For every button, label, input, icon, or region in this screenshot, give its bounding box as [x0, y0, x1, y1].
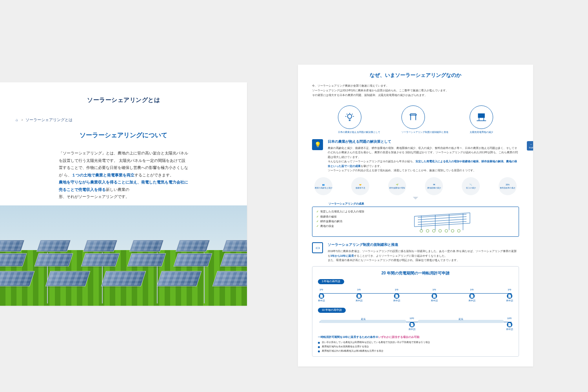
s2-text: 2018年5月に農林水産省は、ソーラーシェアリングの設置に係る規制を一部緩和しま… — [328, 249, 519, 262]
solar-panel-icon — [37, 240, 71, 251]
chevron-down-icon — [413, 197, 418, 200]
svg-point-4 — [426, 230, 429, 232]
s1t2b: を挙げています。 — [361, 165, 383, 167]
doc-icon: 📄 — [507, 293, 512, 299]
s2-head: ソーラーシェアリング制度の規制緩和と推進 — [328, 242, 519, 247]
mini-item: 30%食料自給率の低さ — [499, 177, 517, 195]
right-document: なぜ、いまソーラーシェアリングなのか 今、ソーラーシェアリング農家が全国で急速に… — [298, 65, 533, 367]
timeline-node: 3年📄再申請 — [356, 288, 363, 302]
page-title: ソーラーシェアリングとは — [0, 82, 247, 108]
section-deregulation: ▭ ソーラーシェアリング制度の規制緩和と推進 2018年5月に農林水産省は、ソー… — [312, 242, 519, 262]
mini-item: 👥農家の高齢化と減少 — [314, 177, 332, 195]
svg-point-6 — [439, 230, 441, 232]
solar-panel-icon — [220, 253, 247, 267]
bulb-icon — [338, 105, 361, 129]
doc-icon: 📄 — [507, 322, 512, 327]
doc-icon: 📄 — [356, 293, 362, 299]
solar-panel-icon — [212, 271, 247, 286]
p1c-post: することができます。 — [134, 173, 174, 177]
solar-panel-icon — [129, 240, 164, 251]
s2t1hl: 3年から10年に延長 — [330, 254, 354, 257]
section-title: ソーラーシェアリングについて — [0, 126, 247, 143]
s1-head: 日本の農業が抱える問題の解決策として — [328, 139, 519, 144]
section-problems: 💡 日本の農業が抱える問題の解決策として 農家の高齢化と減少、後継者不足、耕作放… — [312, 139, 519, 172]
s1t1: 農家の高齢化と減少、後継者不足、耕作放棄地の増加、農地面積の減少、収入の減少、食… — [328, 147, 518, 158]
list-item: 農用地区域内を含め荒廃農地を活用する場合 — [318, 345, 513, 349]
s1t3: ソーラーシェアリングの利点が見える形で現れ始め、浸透してきていることが今、急速に… — [328, 169, 476, 172]
list-item: ✓安定した売電収入による収入の増加 — [316, 209, 364, 214]
timeline-node: 3年📄再申請 — [468, 288, 475, 302]
right-title: なぜ、いまソーラーシェアリングなのか — [312, 72, 519, 81]
chevron-up-icon: ︿ — [530, 143, 532, 146]
timeline-node: 3年📄再申請 — [431, 288, 438, 302]
svg-point-7 — [445, 230, 448, 232]
check-icon: ✓ — [316, 210, 319, 213]
i3: その背景には増大する日本の農業の問題、規制緩和、太陽光発電用地の減少があげられま… — [312, 94, 427, 96]
s1-text: 農家の高齢化と減少、後継者不足、耕作放棄地の増加、農地面積の減少、収入の減少、食… — [328, 146, 519, 172]
hero-image — [0, 205, 247, 306]
timeline-10yr: 延長 10年📄再申請 延長 10年📄再申請 — [318, 314, 513, 333]
condition-list: 担い手が所有している農地又は利用権等を設定している農地で当該担い手が下部農地で営… — [318, 340, 513, 353]
result-list: ✓安定した売電収入による収入の増加 ✓後継者の確保 ✓耕作放棄地の解消 ✓農地の… — [316, 209, 364, 234]
solar-panel-icon — [34, 253, 73, 267]
solar-panel-icon — [157, 271, 202, 286]
doc-icon: 📄 — [432, 293, 437, 299]
mini-item: 🗺農地面積の減少 — [425, 177, 443, 195]
solar-panel-icon — [45, 271, 91, 286]
circle-item: 日本の農業が抱える問題の解決策として — [338, 105, 380, 134]
breadcrumb-sep: › — [22, 118, 23, 122]
circle-item: 売地 太陽光発電用地の減少 — [470, 105, 493, 134]
extension-note: 一時転用許可期間を10年に延長するための条件※いずれかに該当する場合のみ可能 — [318, 336, 513, 339]
c2: ソーラーシェアリング制度の規制緩和と推進 — [401, 131, 448, 134]
svg-point-9 — [457, 230, 460, 232]
i2: ソーラーシェアリングは2013年3月に農林水産省から設置が認められ、ここ数年で急… — [312, 89, 448, 92]
section-body: 日本の農業が抱える問題の解決策として 農家の高齢化と減少、後継者不足、耕作放棄地… — [328, 139, 519, 172]
list-item: ✓耕作放棄地の解消 — [316, 219, 364, 224]
solar-panel-icon — [222, 240, 247, 251]
check-icon: ✓ — [316, 215, 319, 218]
section-body: ソーラーシェアリング制度の規制緩和と推進 2018年5月に農林水産省は、ソーラー… — [328, 242, 519, 262]
svg-point-0 — [348, 114, 352, 118]
solar-panel-icon — [174, 253, 212, 267]
list-item: 農用地区域以外の第2種農地又は第3種農地を活用する場合 — [318, 349, 513, 353]
timeline-3yr: 3年📄再申請 3年📄再申請 3年📄再申請 3年📄再申請 3年📄再申請 3年📄再申… — [318, 286, 513, 305]
frame-icon — [401, 105, 425, 129]
s2t1b: することができ、よりソーラーシェアリングに取り組みやすくなりました。 — [354, 254, 447, 257]
scroll-top-button[interactable]: ︿ TOP — [527, 141, 533, 151]
page-title-text: ソーラーシェアリングとは — [87, 96, 160, 103]
segment: 延長 — [320, 320, 406, 323]
right-intro: 今、ソーラーシェアリング農家が全国で急速に増えています。 ソーラーシェアリングは… — [312, 81, 519, 102]
mini-circles: 👥農家の高齢化と減少 🤝後継者不足 🌱耕作放棄地の増加 🗺農地面積の減少 📉収入… — [314, 177, 517, 195]
doc-icon: 📄 — [319, 293, 324, 299]
app-title: 20 年間の売電期間の一時転用許可申請 — [318, 270, 513, 276]
c3: 太陽光発電用地の減少 — [470, 131, 493, 134]
solar-row — [0, 270, 247, 287]
s2t2: また、環境省の基本計画にもソーラーシェアリングの推進が明記され、国単位で推進が進… — [328, 259, 459, 261]
timeline-node: 3年📄再申請 — [393, 288, 400, 302]
application-box: 20 年間の売電期間の一時転用許可申請 3 年毎の再申請 3年📄再申請 3年📄再… — [312, 266, 519, 356]
check-icon: ✓ — [316, 225, 319, 227]
feature-circles: 日本の農業が抱える問題の解決策として ソーラーシェアリング制度の規制緩和と推進 … — [312, 105, 519, 134]
home-icon[interactable]: ⌂ — [16, 118, 18, 122]
breadcrumb[interactable]: ⌂ › ソーラーシェアリングとは — [0, 108, 247, 126]
svg-point-8 — [451, 230, 454, 232]
result-box: ✓安定した売電収入による収入の増加 ✓後継者の確保 ✓耕作放棄地の解消 ✓農地の… — [312, 207, 519, 237]
check-icon: ✓ — [316, 220, 319, 223]
timeline-node: 10年📄再申請 — [506, 317, 513, 331]
left-document: ソーラーシェアリングとは ⌂ › ソーラーシェアリングとは ソーラーシェアリング… — [0, 82, 247, 306]
list-item: ✓農地の保全 — [316, 224, 364, 229]
solar-sharing-illustration — [370, 209, 515, 234]
mini-item: 🌱耕作放棄地の増加 — [388, 177, 406, 195]
timeline-node: 3年📄再申請 — [506, 288, 513, 302]
solar-row — [0, 252, 247, 267]
land-sign-icon: 売地 — [470, 105, 493, 129]
c1: 日本の農業が抱える問題の解決策として — [338, 131, 380, 134]
timeline-node: 3年📄再申請 — [318, 288, 325, 302]
breadcrumb-current: ソーラーシェアリングとは — [25, 118, 73, 122]
solar-panel-icon — [0, 240, 25, 251]
solar-panel-icon — [0, 253, 27, 267]
list-item: ✓後継者の確保 — [316, 214, 364, 219]
doc-icon: 📄 — [394, 293, 399, 299]
p1c-hl: １つの土地で農業と発電事業を両立 — [72, 173, 134, 177]
badge-10yr: 10 年毎の再申請 — [318, 308, 346, 313]
